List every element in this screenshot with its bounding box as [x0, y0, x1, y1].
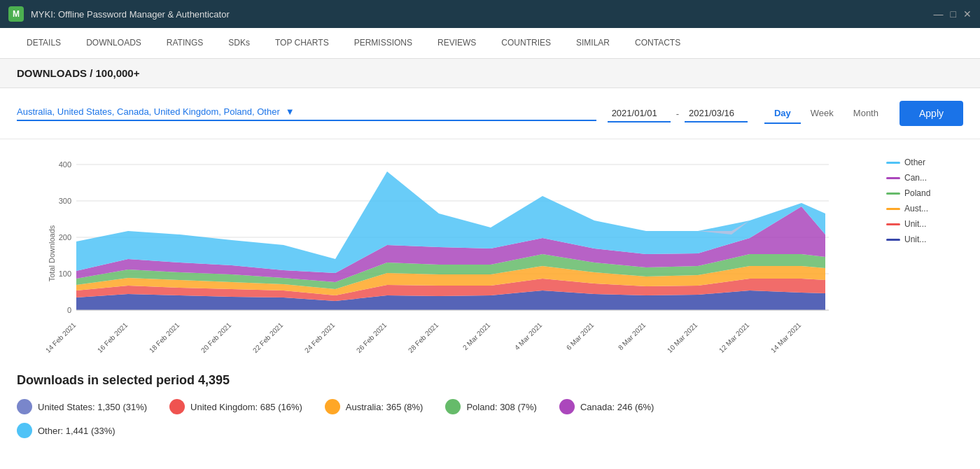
nav-item-sdks[interactable]: SDKs — [216, 28, 262, 59]
summary-item-ca: Canada: 246 (6%) — [559, 399, 654, 414]
legend-label-us: Unit... — [904, 234, 926, 244]
chart-area: Total Downloads 400 300 200 100 0 — [0, 139, 980, 356]
maximize-button[interactable]: □ — [951, 8, 956, 20]
y-axis-label: Total Downloads — [48, 225, 56, 282]
nav-item-details[interactable]: DETAILS — [14, 28, 74, 59]
titlebar: M MYKI: Offline Password Manager & Authe… — [0, 0, 980, 28]
window-controls[interactable]: — □ ✕ — [934, 8, 972, 20]
summary-item-uk: United Kingdom: 685 (16%) — [169, 399, 302, 414]
legend-color-uk — [886, 223, 900, 225]
legend-label-canada: Can... — [904, 173, 927, 183]
svg-text:4 Mar 2021: 4 Mar 2021 — [513, 321, 544, 351]
legend-label-australia: Aust... — [904, 204, 928, 214]
nav-item-top-charts[interactable]: TOP CHARTS — [262, 28, 342, 59]
legend-label-other: Other — [904, 158, 925, 167]
legend-item-uk: Unit... — [886, 219, 963, 229]
nav-item-contacts[interactable]: CONTACTS — [622, 28, 693, 59]
apply-button[interactable]: Apply — [899, 101, 963, 126]
summary-dot-ca — [559, 399, 575, 414]
svg-text:14 Mar 2021: 14 Mar 2021 — [769, 321, 803, 354]
legend-item-us: Unit... — [886, 234, 963, 244]
legend-color-other — [886, 162, 900, 164]
period-month-button[interactable]: Month — [844, 104, 888, 124]
nav-item-reviews[interactable]: REVIEWS — [425, 28, 489, 59]
svg-text:14 Feb 2021: 14 Feb 2021 — [45, 321, 78, 354]
summary-dot-us — [17, 399, 32, 414]
legend-item-poland: Poland — [886, 188, 963, 198]
summary-item-au: Australia: 365 (8%) — [325, 399, 424, 414]
summary-label-uk: United Kingdom: 685 (16%) — [190, 402, 302, 412]
minimize-button[interactable]: — — [934, 8, 944, 20]
nav-item-downloads[interactable]: DOWNLOADS — [74, 28, 154, 59]
summary-dot-uk — [169, 399, 185, 414]
navbar: DETAILS DOWNLOADS RATINGS SDKs TOP CHART… — [0, 28, 980, 59]
svg-text:16 Feb 2021: 16 Feb 2021 — [96, 321, 130, 354]
filter-bar: Australia, United States, Canada, United… — [0, 88, 980, 139]
svg-text:2 Mar 2021: 2 Mar 2021 — [461, 321, 492, 351]
summary-item-other: Other: 1,441 (33%) — [17, 423, 115, 438]
legend-color-poland — [886, 192, 900, 195]
nav-item-ratings[interactable]: RATINGS — [154, 28, 216, 59]
svg-text:12 Mar 2021: 12 Mar 2021 — [718, 321, 751, 354]
legend-label-poland: Poland — [904, 188, 930, 198]
nav-item-countries[interactable]: COUNTRIES — [489, 28, 564, 59]
legend-item-canada: Can... — [886, 173, 963, 183]
svg-text:18 Feb 2021: 18 Feb 2021 — [148, 321, 181, 354]
chart-legend: Other Can... Poland Aust... Unit... Unit… — [886, 150, 963, 356]
svg-text:10 Mar 2021: 10 Mar 2021 — [666, 321, 699, 354]
date-range: - — [608, 105, 748, 122]
svg-text:0: 0 — [67, 306, 71, 314]
close-button[interactable]: ✕ — [963, 8, 972, 20]
legend-color-canada — [886, 177, 900, 179]
svg-text:6 Mar 2021: 6 Mar 2021 — [565, 321, 596, 351]
svg-text:22 Feb 2021: 22 Feb 2021 — [251, 321, 285, 354]
svg-text:20 Feb 2021: 20 Feb 2021 — [200, 321, 233, 354]
date-from-input[interactable] — [608, 105, 671, 122]
summary-dot-pl — [445, 399, 461, 414]
period-week-button[interactable]: Week — [801, 104, 844, 124]
period-selector: Day Week Month — [764, 104, 888, 124]
legend-item-australia: Aust... — [886, 204, 963, 214]
summary-label-au: Australia: 365 (8%) — [346, 402, 424, 412]
svg-text:200: 200 — [59, 233, 71, 241]
nav-item-similar[interactable]: SIMILAR — [564, 28, 622, 59]
summary-label-pl: Poland: 308 (7%) — [466, 402, 536, 412]
svg-text:100: 100 — [59, 270, 71, 278]
legend-color-australia — [886, 208, 900, 210]
svg-text:26 Feb 2021: 26 Feb 2021 — [355, 321, 388, 354]
chevron-down-icon: ▼ — [286, 106, 295, 117]
summary-label-us: United States: 1,350 (31%) — [38, 402, 147, 412]
summary-dot-other — [17, 423, 32, 438]
summary-label-ca: Canada: 246 (6%) — [580, 402, 654, 412]
svg-text:8 Mar 2021: 8 Mar 2021 — [617, 321, 648, 351]
date-separator: - — [676, 108, 679, 119]
date-to-input[interactable] — [685, 105, 748, 122]
legend-label-uk: Unit... — [904, 219, 926, 229]
period-day-button[interactable]: Day — [764, 104, 801, 124]
nav-item-permissions[interactable]: PERMISSIONS — [342, 28, 425, 59]
legend-item-other: Other — [886, 158, 963, 167]
downloads-chart: 400 300 200 100 0 — [45, 150, 836, 354]
app-logo: M — [8, 6, 24, 22]
summary-title: Downloads in selected period 4,395 — [17, 373, 963, 388]
downloads-header: DOWNLOADS / 100,000+ — [0, 59, 980, 88]
legend-color-us — [886, 239, 900, 241]
country-filter-label: Australia, United States, Canada, United… — [17, 106, 280, 117]
summary-items-row2: Other: 1,441 (33%) — [17, 423, 963, 438]
app-title: MYKI: Offline Password Manager & Authent… — [31, 9, 934, 20]
summary-dot-au — [325, 399, 340, 414]
summary-items: United States: 1,350 (31%) United Kingdo… — [17, 399, 963, 414]
summary-item-us: United States: 1,350 (31%) — [17, 399, 147, 414]
chart-container: Total Downloads 400 300 200 100 0 — [17, 150, 875, 356]
country-filter[interactable]: Australia, United States, Canada, United… — [17, 106, 596, 121]
summary-label-other: Other: 1,441 (33%) — [38, 426, 115, 436]
svg-text:300: 300 — [59, 197, 71, 205]
svg-text:24 Feb 2021: 24 Feb 2021 — [303, 321, 337, 354]
svg-text:28 Feb 2021: 28 Feb 2021 — [407, 321, 440, 354]
summary-item-pl: Poland: 308 (7%) — [445, 399, 536, 414]
summary-section: Downloads in selected period 4,395 Unite… — [0, 356, 980, 447]
svg-text:400: 400 — [59, 160, 71, 169]
